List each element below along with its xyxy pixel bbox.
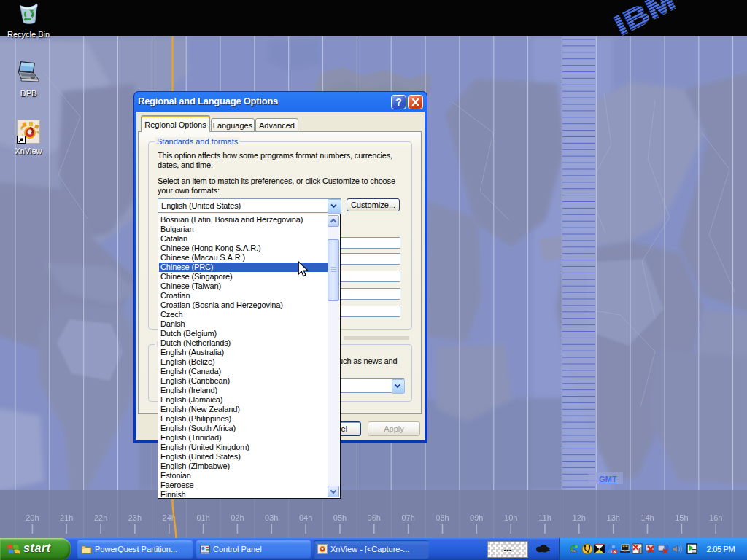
svg-text:11h: 11h — [538, 513, 551, 522]
svg-text:23h: 23h — [128, 513, 142, 522]
svg-text:12h: 12h — [573, 513, 586, 522]
svg-text:09h: 09h — [470, 513, 483, 522]
svg-text:05h: 05h — [333, 513, 347, 522]
svg-text:21h: 21h — [60, 513, 73, 522]
svg-text:20h: 20h — [26, 513, 39, 522]
svg-text:03h: 03h — [265, 513, 278, 522]
svg-text:22h: 22h — [94, 513, 107, 522]
svg-text:14h: 14h — [640, 513, 654, 522]
svg-text:07h: 07h — [401, 513, 414, 522]
svg-text:02h: 02h — [231, 513, 244, 522]
svg-text:15h: 15h — [675, 513, 688, 522]
svg-text:10h: 10h — [504, 513, 517, 522]
svg-text:16h: 16h — [709, 513, 722, 522]
svg-text:04h: 04h — [299, 513, 312, 522]
svg-text:06h: 06h — [368, 513, 381, 522]
svg-text:13h: 13h — [607, 513, 620, 522]
svg-text:GMT: GMT — [599, 475, 617, 483]
svg-text:08h: 08h — [436, 513, 449, 522]
svg-text:01h: 01h — [196, 513, 209, 522]
